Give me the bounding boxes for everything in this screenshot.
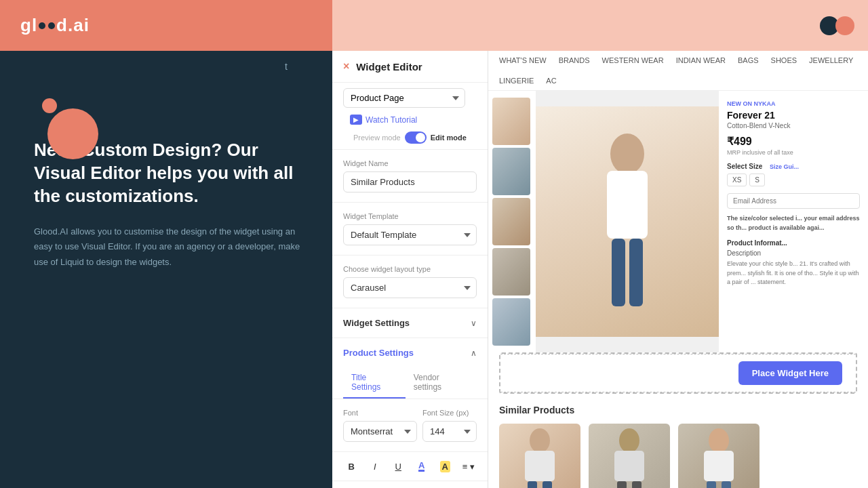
similar-svg-3 bbox=[678, 424, 760, 488]
nav-western-wear[interactable]: WESTERN WEAR bbox=[602, 56, 664, 64]
widget-editor-title: Widget Editor bbox=[356, 61, 422, 73]
similar-products-grid bbox=[499, 424, 857, 488]
similar-products-title: Similar Products bbox=[499, 405, 857, 415]
place-widget-bar: Place Widget Here bbox=[500, 354, 856, 392]
availability-text: The size/color selected i... your email … bbox=[727, 214, 860, 232]
highlight-color-button[interactable]: A bbox=[437, 458, 454, 475]
font-size-label: Font Size (px) bbox=[422, 409, 477, 417]
product-info-desc: Elevate your chic style b... 21. It's cr… bbox=[727, 260, 860, 287]
logo: gld.ai bbox=[20, 15, 90, 36]
product-thumb-3[interactable] bbox=[492, 198, 530, 245]
italic-button[interactable]: I bbox=[367, 458, 384, 475]
similar-card-img-3 bbox=[678, 424, 760, 488]
size-s[interactable]: S bbox=[749, 174, 765, 186]
product-main: NEW ON NYKAA Forever 21 Cotton-Blend V-N… bbox=[488, 91, 868, 352]
svg-point-4 bbox=[530, 428, 550, 453]
play-icon: ▶ bbox=[350, 115, 362, 125]
widget-name-section: Widget Name bbox=[332, 150, 488, 203]
product-image-svg bbox=[576, 113, 678, 330]
svg-rect-10 bbox=[617, 481, 627, 488]
close-button[interactable]: × bbox=[343, 60, 349, 73]
svg-rect-3 bbox=[629, 239, 643, 306]
nav-whats-new[interactable]: WHAT'S NEW bbox=[499, 56, 547, 64]
left-header: gld.ai bbox=[0, 0, 332, 51]
svg-rect-13 bbox=[704, 451, 734, 481]
font-size-select[interactable]: 144 bbox=[422, 421, 477, 442]
watch-tutorial-button[interactable]: ▶ Watch Tutorial bbox=[350, 115, 417, 125]
svg-rect-5 bbox=[525, 451, 555, 481]
size-guide[interactable]: Size Gui... bbox=[770, 163, 799, 170]
nav-indian-wear[interactable]: INDIAN WEAR bbox=[676, 56, 726, 64]
svg-rect-11 bbox=[632, 481, 642, 488]
glood-circle-2 bbox=[835, 16, 854, 35]
text-color-icon: A bbox=[418, 461, 425, 472]
widget-template-select[interactable]: Default Template bbox=[343, 224, 477, 245]
product-price: ₹499 bbox=[727, 135, 860, 148]
font-row: Font Montserrat Font Size (px) 144 bbox=[332, 399, 488, 452]
top-bar-right bbox=[820, 16, 854, 35]
similar-card-2[interactable] bbox=[589, 424, 670, 488]
decorative-circle-large bbox=[47, 108, 98, 159]
product-thumb-2[interactable] bbox=[492, 148, 530, 195]
top-bar bbox=[332, 0, 868, 51]
widget-editor: × Widget Editor Product Page ▶ Watch Tut… bbox=[332, 51, 488, 488]
widget-name-input[interactable] bbox=[343, 171, 477, 192]
size-xs[interactable]: XS bbox=[727, 174, 747, 186]
decorative-circle-small bbox=[42, 98, 57, 113]
product-desc: Cotton-Blend V-Neck bbox=[727, 122, 860, 129]
widget-settings-header[interactable]: Widget Settings ∨ bbox=[332, 308, 488, 338]
watch-tutorial-label: Watch Tutorial bbox=[366, 115, 417, 125]
product-settings-header[interactable]: Product Settings ∧ bbox=[332, 338, 488, 367]
font-select[interactable]: Montserrat bbox=[343, 421, 417, 442]
underline-button[interactable]: U bbox=[390, 458, 407, 475]
nav-more[interactable]: AC bbox=[546, 77, 556, 85]
product-name: Forever 21 bbox=[727, 110, 860, 121]
max-rows-section: Max Rows 8 ▲ ▼ bbox=[332, 481, 488, 488]
widget-settings-chevron: ∨ bbox=[471, 319, 477, 328]
nav-brands[interactable]: BRANDS bbox=[559, 56, 590, 64]
widget-editor-header: × Widget Editor bbox=[332, 51, 488, 83]
place-widget-button[interactable]: Place Widget Here bbox=[738, 361, 842, 385]
nav-bags[interactable]: BAGS bbox=[738, 56, 759, 64]
product-settings-tabs: Title Settings Vendor settings bbox=[332, 367, 488, 399]
nav-lingerie[interactable]: LINGERIE bbox=[499, 77, 534, 85]
similar-card-img-2 bbox=[589, 424, 670, 488]
page-selector-row: Product Page ▶ Watch Tutorial Preview mo… bbox=[332, 83, 488, 150]
left-content: Need Custom Design? Our Visual Editor he… bbox=[0, 51, 332, 290]
nav-jewellery[interactable]: JEWELLERY bbox=[809, 56, 853, 64]
description-label: Description bbox=[727, 249, 860, 257]
svg-rect-7 bbox=[542, 481, 552, 488]
bold-button[interactable]: B bbox=[343, 458, 360, 475]
toggle-switch[interactable] bbox=[405, 131, 427, 144]
svg-point-12 bbox=[709, 428, 729, 453]
size-label-text: Select Size bbox=[727, 163, 762, 170]
preview-area: WHAT'S NEW BRANDS WESTERN WEAR INDIAN WE… bbox=[488, 51, 868, 488]
text-color-button[interactable]: A bbox=[414, 458, 431, 475]
svg-rect-6 bbox=[528, 481, 537, 488]
font-size-wrap: Font Size (px) 144 bbox=[422, 409, 477, 442]
email-input[interactable] bbox=[727, 193, 860, 209]
svg-rect-14 bbox=[707, 481, 716, 488]
product-thumbs bbox=[488, 91, 536, 352]
nav-shoes[interactable]: SHOES bbox=[771, 56, 797, 64]
widget-settings-title: Widget Settings bbox=[343, 318, 410, 328]
product-thumb-5[interactable] bbox=[492, 298, 530, 346]
size-buttons: XS S bbox=[727, 174, 860, 186]
toggle-knob bbox=[416, 133, 425, 142]
product-thumb-4[interactable] bbox=[492, 248, 530, 296]
tab-vendor-settings[interactable]: Vendor settings bbox=[406, 367, 477, 399]
page-select[interactable]: Product Page bbox=[343, 88, 465, 108]
widget-template-label: Widget Template bbox=[343, 212, 477, 220]
product-thumb-1[interactable] bbox=[492, 98, 530, 145]
svg-rect-15 bbox=[722, 481, 731, 488]
highlight-icon: A bbox=[440, 461, 450, 472]
widget-layout-select[interactable]: Carausel bbox=[343, 277, 477, 298]
left-panel: gld.ai t Need Custom Design? Our Visual … bbox=[0, 0, 332, 488]
product-settings-title: Product Settings bbox=[343, 348, 414, 358]
similar-card-3[interactable] bbox=[678, 424, 760, 488]
align-button[interactable]: ≡ ▾ bbox=[460, 458, 477, 475]
svg-rect-1 bbox=[607, 171, 648, 239]
cursor-char: t bbox=[285, 61, 288, 72]
similar-card-1[interactable] bbox=[499, 424, 580, 488]
tab-title-settings[interactable]: Title Settings bbox=[343, 367, 406, 399]
